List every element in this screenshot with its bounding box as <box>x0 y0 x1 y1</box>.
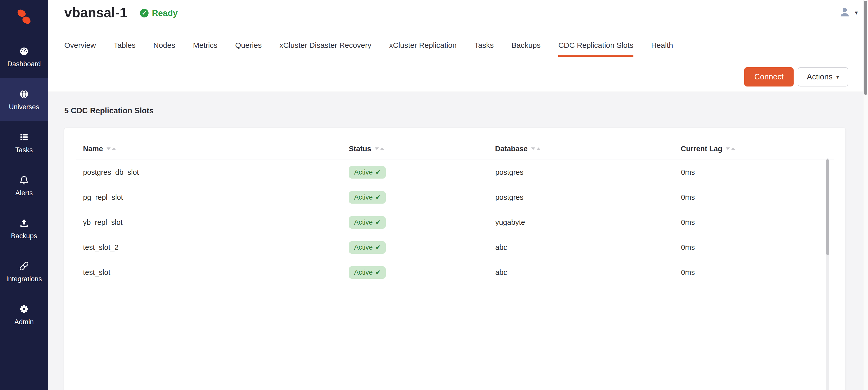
user-avatar-icon <box>838 6 851 20</box>
check-circle-icon: ✓ <box>140 9 149 18</box>
check-icon: ✔ <box>376 169 381 176</box>
tab-queries[interactable]: Queries <box>235 41 262 57</box>
column-header-status[interactable]: Status <box>349 137 495 160</box>
cell-database: postgres <box>495 160 681 185</box>
cell-status: Active✔ <box>349 160 495 185</box>
cell-status: Active✔ <box>349 235 495 260</box>
status-badge: Active✔ <box>349 216 386 229</box>
sidebar-item-label: Admin <box>14 318 34 326</box>
table-row[interactable]: test_slot_2Active✔abc0ms <box>76 235 834 260</box>
cell-database: yugabyte <box>495 210 681 235</box>
status-badge: Active✔ <box>349 166 386 178</box>
page-scrollbar-thumb[interactable] <box>864 1 867 95</box>
column-label: Current Lag <box>681 145 722 153</box>
tasks-icon <box>19 132 30 143</box>
cell-name: postgres_db_slot <box>76 160 349 185</box>
sidebar-item-label: Integrations <box>6 275 42 283</box>
cell-name: yb_repl_slot <box>76 210 349 235</box>
table-row[interactable]: yb_repl_slotActive✔yugabyte0ms <box>76 210 834 235</box>
tab-health[interactable]: Health <box>651 41 673 57</box>
sidebar-item-admin[interactable]: Admin <box>0 293 48 336</box>
yugabyte-logo[interactable] <box>0 7 48 27</box>
sidebar-item-universes[interactable]: Universes <box>0 78 48 121</box>
check-icon: ✔ <box>376 219 381 226</box>
sidebar-item-alerts[interactable]: Alerts <box>0 164 48 207</box>
column-header-current-lag[interactable]: Current Lag <box>681 137 834 160</box>
tab-cdc-replication-slots[interactable]: CDC Replication Slots <box>558 41 633 57</box>
cell-current-lag: 0ms <box>681 160 834 185</box>
cell-current-lag: 0ms <box>681 210 834 235</box>
actions-button-label: Actions <box>807 72 833 82</box>
cell-database: abc <box>495 260 681 285</box>
table-row[interactable]: test_slotActive✔abc0ms <box>76 260 834 285</box>
status-badge: Active✔ <box>349 266 386 279</box>
status-text: Active <box>354 219 373 226</box>
user-menu[interactable]: ▾ <box>838 6 858 20</box>
sort-icon <box>106 148 116 150</box>
actions-button[interactable]: Actions ▾ <box>798 67 848 87</box>
sidebar-item-label: Backups <box>11 232 37 240</box>
table-row[interactable]: postgres_db_slotActive✔postgres0ms <box>76 160 834 185</box>
column-header-database[interactable]: Database <box>495 137 681 160</box>
connect-button[interactable]: Connect <box>744 67 794 87</box>
status-badge: Active✔ <box>349 191 386 204</box>
tab-metrics[interactable]: Metrics <box>193 41 217 57</box>
backups-icon <box>19 218 30 229</box>
sidebar-item-label: Dashboard <box>7 60 41 68</box>
table-row[interactable]: pg_repl_slotActive✔postgres0ms <box>76 185 834 210</box>
universes-icon <box>19 89 30 100</box>
cell-name: test_slot_2 <box>76 235 349 260</box>
check-icon: ✔ <box>376 269 381 276</box>
main-area: vbansal-1 ✓ Ready ▾ OverviewTablesNodesM… <box>48 0 868 390</box>
cell-status: Active✔ <box>349 210 495 235</box>
tab-backups[interactable]: Backups <box>512 41 540 57</box>
integrations-icon <box>19 261 30 272</box>
page: DashboardUniversesTasksAlertsBackupsInte… <box>0 0 868 390</box>
sidebar-item-tasks[interactable]: Tasks <box>0 121 48 164</box>
status-text: Active <box>354 269 373 277</box>
table-scrollbar[interactable] <box>826 158 829 390</box>
alerts-icon <box>19 174 30 186</box>
tab-overview[interactable]: Overview <box>64 41 96 57</box>
tab-xcluster-disaster-recovery[interactable]: xCluster Disaster Recovery <box>279 41 371 57</box>
tab-tables[interactable]: Tables <box>114 41 136 57</box>
tab-tasks[interactable]: Tasks <box>474 41 494 57</box>
replication-slots-card: NameStatusDatabaseCurrent Lag postgres_d… <box>64 128 845 390</box>
dashboard-icon <box>19 45 30 57</box>
title-row: vbansal-1 ✓ Ready ▾ <box>48 0 868 20</box>
status-text: Active <box>354 193 373 201</box>
sort-icon <box>375 148 384 150</box>
sidebar-item-integrations[interactable]: Integrations <box>0 250 48 293</box>
sidebar-item-label: Tasks <box>15 146 33 154</box>
sidebar-nav: DashboardUniversesTasksAlertsBackupsInte… <box>0 35 48 336</box>
header-buttons: Connect Actions ▾ <box>744 67 848 87</box>
cell-database: postgres <box>495 185 681 210</box>
sidebar-item-backups[interactable]: Backups <box>0 207 48 250</box>
sidebar: DashboardUniversesTasksAlertsBackupsInte… <box>0 0 48 390</box>
page-scrollbar[interactable] <box>863 0 868 390</box>
sidebar-item-label: Alerts <box>15 189 33 197</box>
cell-current-lag: 0ms <box>681 260 834 285</box>
sidebar-item-dashboard[interactable]: Dashboard <box>0 35 48 78</box>
status-badge: Active✔ <box>349 241 386 254</box>
cell-current-lag: 0ms <box>681 185 834 210</box>
section-title: 5 CDC Replication Slots <box>64 106 868 115</box>
check-icon: ✔ <box>376 244 381 251</box>
table-scrollbar-thumb[interactable] <box>826 159 829 255</box>
page-title: vbansal-1 <box>64 5 127 20</box>
tab-xcluster-replication[interactable]: xCluster Replication <box>389 41 457 57</box>
admin-icon <box>19 303 30 315</box>
chevron-down-icon: ▾ <box>855 10 858 16</box>
column-header-name[interactable]: Name <box>76 137 349 160</box>
column-label: Name <box>83 145 103 153</box>
sidebar-item-label: Universes <box>9 103 39 111</box>
cell-status: Active✔ <box>349 260 495 285</box>
cell-current-lag: 0ms <box>681 235 834 260</box>
chevron-down-icon: ▾ <box>836 74 839 80</box>
universe-status: ✓ Ready <box>140 8 178 18</box>
tab-nodes[interactable]: Nodes <box>153 41 175 57</box>
replication-slots-table: NameStatusDatabaseCurrent Lag postgres_d… <box>76 137 834 285</box>
column-label: Status <box>349 145 371 153</box>
sort-icon <box>726 148 735 150</box>
cell-name: test_slot <box>76 260 349 285</box>
